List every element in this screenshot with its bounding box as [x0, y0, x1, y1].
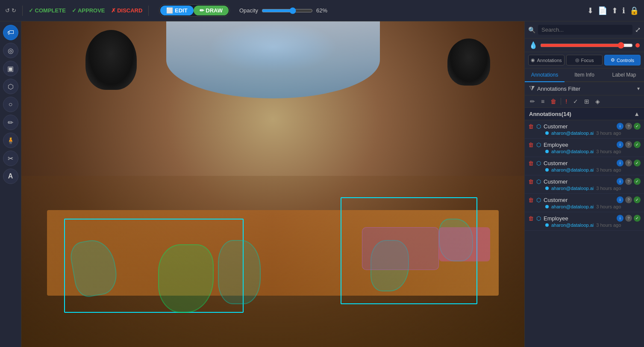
main-layout: 🏷 ◎ ▣ ⬡ ○ ✏ 🧍 ✂ A	[0, 21, 644, 347]
annotations-tab-icon: ◉	[531, 57, 535, 63]
segmentation-3	[218, 240, 261, 304]
warning-icon-btn[interactable]: !	[564, 97, 569, 106]
ann-delete-2[interactable]: 🗑	[528, 142, 534, 148]
ann-label-5: Customer	[544, 197, 614, 203]
expand-button[interactable]: ⤢	[635, 26, 641, 34]
ann-question-icon-5[interactable]: ?	[625, 196, 632, 203]
annotation-item-1: 🗑 ⬡ Customer i ? ✓ aharon@dataloop.ai 3 …	[525, 120, 644, 139]
ann-delete-3[interactable]: 🗑	[528, 160, 534, 166]
ann-info-icon-4[interactable]: i	[617, 178, 623, 185]
store-scene	[21, 21, 524, 347]
discard-button[interactable]: ✗ DISCARD	[111, 7, 143, 14]
ann-question-icon-4[interactable]: ?	[625, 178, 632, 185]
redo-icon: ↻	[12, 7, 16, 14]
ann-meta-1: aharon@dataloop.ai 3 hours ago	[528, 130, 641, 136]
separator-2	[148, 6, 149, 16]
ann-type-icon-4: ⬡	[536, 178, 541, 185]
collapse-button[interactable]: ▲	[634, 110, 640, 117]
ann-delete-4[interactable]: 🗑	[528, 178, 534, 185]
ann-info-icon-2[interactable]: i	[617, 141, 623, 148]
eraser-tool[interactable]: ✂	[3, 151, 18, 166]
segmentation-2	[158, 244, 214, 313]
check-icon-btn[interactable]: ✓	[571, 97, 580, 106]
complete-button[interactable]: ✓ COMPLETE	[29, 7, 66, 14]
panel-opacity-slider[interactable]	[540, 42, 633, 49]
ann-delete-1[interactable]: 🗑	[528, 123, 534, 130]
filter-icon: ⧩	[529, 85, 535, 92]
ann-question-icon-3[interactable]: ?	[625, 160, 632, 166]
tag-tool[interactable]: 🏷	[3, 25, 18, 40]
list-icon-btn[interactable]: ≡	[539, 97, 546, 106]
draw-mode-button[interactable]: ✏ DRAW	[194, 6, 229, 15]
ann-meta-3: aharon@dataloop.ai 3 hours ago	[528, 167, 641, 172]
ann-check-icon-6[interactable]: ✓	[634, 215, 641, 222]
ann-time-5: 3 hours ago	[596, 204, 621, 209]
approve-button[interactable]: ✓ APPROVE	[72, 7, 105, 14]
edit-icon: ⬜	[166, 7, 173, 14]
lock-button[interactable]: 🔒	[629, 6, 639, 15]
ann-label-2: Employee	[544, 142, 614, 148]
ann-actions-3: i ? ✓	[617, 160, 641, 166]
opacity-slider[interactable]	[262, 7, 313, 14]
ann-check-icon-1[interactable]: ✓	[634, 123, 641, 130]
undo-button[interactable]: ↺	[5, 7, 10, 14]
info-button[interactable]: ℹ	[622, 6, 625, 15]
tab-focus[interactable]: ◎ Focus	[566, 55, 603, 65]
sub-tab-label-map[interactable]: Label Map	[604, 68, 644, 82]
ann-check-icon-2[interactable]: ✓	[634, 141, 641, 148]
download-button[interactable]: ⬇	[587, 6, 594, 15]
ann-check-icon-5[interactable]: ✓	[634, 196, 641, 203]
ann-meta-4: aharon@dataloop.ai 3 hours ago	[528, 186, 641, 191]
sub-tab-item-info[interactable]: Item Info	[565, 68, 604, 82]
text-tool[interactable]: A	[3, 169, 18, 184]
ann-user-dot-3	[545, 168, 549, 172]
edit-mode-button[interactable]: ⬜ EDIT	[160, 6, 193, 15]
ann-delete-6[interactable]: 🗑	[528, 215, 534, 222]
rect-tool[interactable]: ▣	[3, 61, 18, 76]
opacity-section: Opacity 62%	[239, 7, 327, 14]
tab-controls[interactable]: ⚙ Controls	[604, 55, 641, 65]
right-panel-top: 🔍 ⤢	[525, 21, 644, 39]
ann-user-dot-2	[545, 150, 549, 153]
filter-dropdown-icon[interactable]: ▾	[637, 86, 640, 92]
ann-info-icon-6[interactable]: i	[617, 215, 623, 222]
opacity-slider-row: 💧	[525, 39, 644, 52]
circle-tool[interactable]: ○	[3, 97, 18, 112]
annotation-item-5: 🗑 ⬡ Customer i ? ✓ aharon@dataloop.ai 3 …	[525, 194, 644, 212]
focus-tab-icon: ◎	[575, 57, 579, 63]
ann-info-icon-5[interactable]: i	[617, 196, 623, 203]
grid-icon-btn[interactable]: ⊞	[582, 97, 591, 106]
sub-tab-annotations[interactable]: Annotations	[525, 68, 565, 82]
ann-type-icon-5: ⬡	[536, 197, 541, 203]
redo-button[interactable]: ↻	[12, 7, 16, 14]
canvas-area[interactable]	[21, 21, 524, 347]
ann-question-icon-2[interactable]: ?	[625, 141, 632, 148]
sub-tabs: Annotations Item Info Label Map	[525, 68, 644, 82]
ann-delete-5[interactable]: 🗑	[528, 197, 534, 203]
delete-icon-btn[interactable]: 🗑	[549, 97, 558, 106]
upload-button[interactable]: ⬆	[612, 6, 618, 15]
annotation-item-3: 🗑 ⬡ Customer i ? ✓ aharon@dataloop.ai 3 …	[525, 157, 644, 175]
export-button[interactable]: 📄	[598, 6, 607, 15]
ann-meta-2: aharon@dataloop.ai 3 hours ago	[528, 149, 641, 154]
polygon-tool[interactable]: ⬡	[3, 79, 18, 94]
ann-check-icon-4[interactable]: ✓	[634, 178, 641, 185]
figure-tool[interactable]: 🧍	[3, 133, 18, 148]
brush-tool[interactable]: ✏	[3, 115, 18, 130]
edit-icon-btn[interactable]: ✏	[528, 97, 537, 106]
ann-question-icon-1[interactable]: ?	[625, 123, 632, 130]
search-input[interactable]	[538, 25, 632, 35]
ann-user-6: aharon@dataloop.ai	[551, 222, 594, 228]
target-tool[interactable]: ◎	[3, 43, 18, 58]
tag-icon-btn[interactable]: ◈	[594, 97, 602, 106]
ann-label-3: Customer	[544, 160, 614, 166]
ann-info-icon-1[interactable]: i	[617, 123, 623, 130]
tab-annotations[interactable]: ◉ Annotations	[528, 55, 565, 65]
ann-check-icon-3[interactable]: ✓	[634, 160, 641, 166]
ann-actions-4: i ? ✓	[617, 178, 641, 185]
draw-icon: ✏	[200, 7, 204, 14]
controls-tab-icon: ⚙	[611, 57, 615, 63]
shelf-color-1	[362, 227, 439, 270]
ann-info-icon-3[interactable]: i	[617, 160, 623, 166]
ann-question-icon-6[interactable]: ?	[625, 215, 632, 222]
